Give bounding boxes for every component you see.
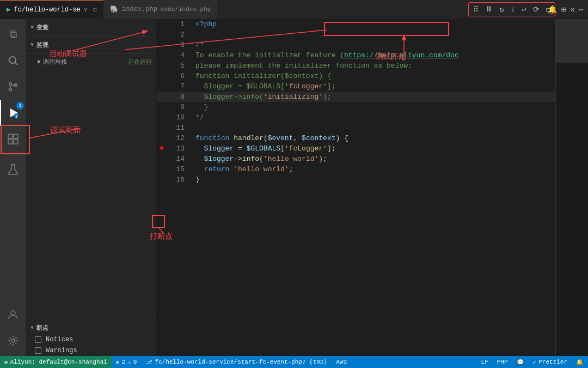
branch-indicator[interactable]: ⎇ fc/hello-world-service/start-fc-event-…: [141, 356, 332, 368]
line-content-2: [191, 29, 555, 40]
activity-source-control[interactable]: [0, 74, 26, 100]
warning-icon: ⚠: [127, 359, 131, 366]
debug-step-out-button[interactable]: ↩: [520, 5, 527, 14]
line-content-16: }: [191, 174, 555, 185]
minimap[interactable]: [555, 19, 588, 356]
close-tab-icon[interactable]: ✕: [570, 5, 574, 14]
feedback-button[interactable]: 💬: [512, 356, 529, 368]
activity-debug[interactable]: 1 1: [0, 100, 26, 126]
line-ending-indicator[interactable]: LF: [477, 356, 493, 368]
line-content-5: please implement the initializer functio…: [191, 61, 555, 71]
table-row: 3 /*: [157, 40, 555, 50]
line-content-9: }: [191, 102, 555, 112]
split-editor-icon[interactable]: 🔔: [548, 5, 557, 14]
watch-section: ▼ 监视: [26, 36, 156, 53]
run-icon: ▶: [7, 5, 10, 14]
minimap-thumb: [556, 19, 588, 63]
error-warning-indicator[interactable]: ⊗ 2 ⚠ 0: [112, 356, 141, 368]
prettier-label: Prettier: [538, 359, 567, 365]
run-tab[interactable]: ▶ fc/hello-world-se ∨ ⚙: [0, 0, 103, 19]
table-row: 10 */: [157, 112, 555, 123]
prettier-indicator[interactable]: ✓ Prettier: [529, 356, 572, 368]
line-content-3: /*: [191, 40, 555, 50]
call-stack-status: 正在运行: [128, 58, 152, 66]
table-row: 6 function initializer($context) {: [157, 71, 555, 81]
bp-gutter-9: [157, 102, 167, 112]
bp-gutter-11: [157, 123, 167, 133]
line-content-8: $logger->info('initializing');: [191, 92, 555, 102]
branch-label: fc/hello-world-service/start-fc-event-ph…: [155, 359, 327, 365]
breakpoints-chevron-icon: ▼: [30, 325, 34, 331]
php-tab-label: index.php: [122, 5, 157, 13]
line-content-10: */: [191, 112, 555, 123]
activity-search[interactable]: [0, 47, 26, 74]
breakpoints-label: 断点: [36, 324, 49, 332]
more-actions-icon[interactable]: ⋯: [579, 5, 584, 14]
activity-settings[interactable]: [0, 328, 26, 354]
debug-sidebar: ▼ 变量 ▼ 监视 ▼ 调用堆栈 正在运行: [26, 19, 157, 356]
activity-explorer[interactable]: ⧉: [0, 21, 26, 47]
svg-text:1: 1: [15, 114, 17, 119]
activity-account[interactable]: [0, 301, 26, 328]
notices-checkbox[interactable]: [35, 336, 41, 343]
table-row: 9 }: [157, 102, 555, 112]
line-num-8: 8: [167, 92, 191, 102]
php-tab[interactable]: 🐘 index.php code/index.php: [103, 0, 217, 19]
line-content-1: <?php: [191, 19, 555, 29]
code-container[interactable]: 1 <?php 2 3 /*: [157, 19, 555, 356]
svg-rect-10: [14, 134, 18, 138]
notices-label: Notices: [46, 336, 73, 343]
table-row: ● 13 $logger = $GLOBALS['fcLogger'];: [157, 143, 555, 154]
code-table: 1 <?php 2 3 /*: [157, 19, 555, 185]
line-num-6: 6: [167, 71, 191, 81]
call-stack-section: ▼ 调用堆栈 正在运行: [26, 53, 156, 70]
remote-label: Aliyun: default@cn-shanghai: [10, 359, 107, 365]
line-num-1: 1: [167, 19, 191, 29]
activity-flask[interactable]: [0, 156, 26, 183]
tab-chevron: ∨: [84, 6, 88, 13]
bp-gutter-7: [157, 81, 167, 92]
warnings-checkbox[interactable]: [35, 347, 41, 354]
remote-indicator[interactable]: ⊗ Aliyun: default@cn-shanghai: [0, 356, 112, 368]
svg-point-14: [11, 311, 15, 315]
debug-restart-button[interactable]: ⟳: [532, 5, 541, 14]
line-num-4: 4: [167, 50, 191, 61]
variables-section: ▼ 变量: [26, 19, 156, 36]
cloud-indicator[interactable]: AWS: [332, 356, 351, 368]
line-content-4: To enable the initializer feature (https…: [191, 50, 555, 61]
language-label: PHP: [497, 359, 508, 365]
variables-header[interactable]: ▼ 变量: [26, 21, 156, 34]
table-row: 15 return 'hello world';: [157, 164, 555, 174]
svg-point-15: [11, 339, 15, 342]
top-right-actions: 🔔 ⊞ ✕ ⋯: [548, 5, 584, 14]
variables-chevron-icon: ▼: [30, 25, 34, 31]
call-stack-chevron-icon: ▼: [37, 59, 41, 65]
watch-header[interactable]: ▼ 监视: [26, 39, 156, 51]
error-count: 2: [121, 359, 125, 365]
bp-gutter-16: [157, 174, 167, 185]
line-num-5: 5: [167, 61, 191, 71]
svg-rect-12: [14, 140, 18, 144]
line-content-14: $logger->info('hello world');: [191, 154, 555, 164]
svg-point-3: [9, 88, 12, 91]
debug-step-into-button[interactable]: ↓: [510, 5, 516, 14]
svg-rect-11: [8, 140, 13, 144]
line-num-11: 11: [167, 123, 191, 133]
activity-bar: ⧉ 1 1: [0, 19, 26, 356]
watch-label: 监视: [36, 41, 49, 49]
breakpoints-header[interactable]: ▼ 断点: [26, 322, 156, 334]
call-stack-header[interactable]: ▼ 调用堆栈 正在运行: [26, 56, 156, 68]
activity-extensions[interactable]: [0, 126, 26, 152]
error-icon: ⊗: [116, 359, 120, 366]
debug-step-over-button[interactable]: ↻: [498, 5, 505, 14]
notification-bell[interactable]: 🔔: [572, 356, 588, 368]
bp-gutter-15: [157, 164, 167, 174]
settings-icon[interactable]: ⚙: [93, 5, 97, 14]
debug-pause-button[interactable]: ⏸: [484, 5, 494, 14]
line-num-13: 13: [167, 143, 191, 154]
bp-gutter-13[interactable]: ●: [157, 143, 167, 154]
language-indicator[interactable]: PHP: [493, 356, 512, 368]
breakpoint-notices-item: Notices: [26, 334, 156, 345]
debug-grip-icon: ⠿: [472, 5, 480, 14]
toggle-panel-icon[interactable]: ⊞: [561, 5, 566, 14]
